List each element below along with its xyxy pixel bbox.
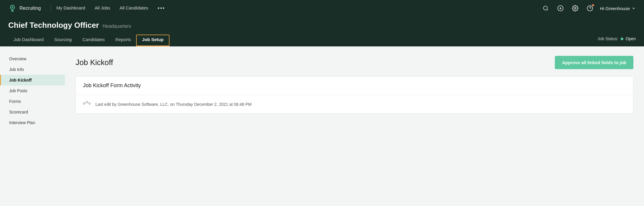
sub-nav-candidates[interactable]: Candidates <box>77 35 110 46</box>
brand-name: Recruiting <box>19 6 41 11</box>
help-button[interactable] <box>585 4 595 13</box>
settings-icon <box>572 5 578 12</box>
job-status-label: Job Status: <box>598 36 618 41</box>
nav-my-dashboard[interactable]: My Dashboard <box>56 5 85 12</box>
approve-all-button[interactable]: Approve all linked fields to job <box>555 56 633 69</box>
last-edit-text: Last edit by Greenhouse Software, LLC. o… <box>95 102 252 107</box>
sub-header: Chief Technology Officer Headquarters Jo… <box>0 17 644 46</box>
svg-line-5 <box>547 9 548 11</box>
nav-divider <box>51 5 51 12</box>
user-greeting: Hi Greenhouse <box>600 6 630 11</box>
help-icon <box>587 5 593 12</box>
card-header: Job Kickoff Form Activity <box>76 77 633 95</box>
nav-all-jobs[interactable]: All Jobs <box>95 5 110 12</box>
card-body: Last edit by Greenhouse Software, LLC. o… <box>76 95 633 113</box>
edit-history-icon <box>83 101 91 108</box>
sub-nav-reports[interactable]: Reports <box>110 35 136 46</box>
flow-icon <box>83 101 91 106</box>
chevron-down-icon <box>632 6 636 10</box>
job-status-dot <box>621 38 623 40</box>
add-button[interactable] <box>556 4 565 13</box>
content-area: Job Kickoff Approve all linked fields to… <box>65 46 644 205</box>
sub-nav-job-setup[interactable]: Job Setup <box>136 35 169 46</box>
sidebar-item-scorecard[interactable]: Scorecard <box>0 107 65 117</box>
sub-nav-job-dashboard[interactable]: Job Dashboard <box>8 35 49 46</box>
kickoff-card: Job Kickoff Form Activity Last edit by G… <box>76 76 633 114</box>
main-content: Overview Job Info Job Kickoff Job Posts … <box>0 46 644 205</box>
svg-point-9 <box>574 7 576 9</box>
sidebar-item-job-posts[interactable]: Job Posts <box>0 85 65 96</box>
sub-nav: Job Dashboard Sourcing Candidates Report… <box>8 35 169 46</box>
job-location: Headquarters <box>102 24 131 29</box>
logo[interactable]: Recruiting <box>8 4 41 12</box>
top-nav-actions: Hi Greenhouse <box>541 4 636 13</box>
sidebar-item-interview-plan[interactable]: Interview Plan <box>0 117 65 128</box>
top-nav-links: My Dashboard All Jobs All Candidates ••• <box>56 5 541 12</box>
card-title: Job Kickoff Form Activity <box>83 82 626 89</box>
settings-button[interactable] <box>570 4 580 13</box>
user-menu[interactable]: Hi Greenhouse <box>600 6 636 11</box>
nav-all-candidates[interactable]: All Candidates <box>120 5 148 12</box>
sidebar-item-overview[interactable]: Overview <box>0 53 65 64</box>
job-title: Chief Technology Officer <box>8 21 99 30</box>
nav-more[interactable]: ••• <box>158 5 165 12</box>
svg-point-4 <box>544 6 547 10</box>
job-title-row: Chief Technology Officer Headquarters <box>8 21 636 30</box>
svg-point-3 <box>12 7 13 8</box>
greenhouse-logo-icon <box>8 4 17 12</box>
sidebar-item-forms[interactable]: Forms <box>0 96 65 107</box>
top-nav: Recruiting My Dashboard All Jobs All Can… <box>0 0 644 17</box>
svg-point-12 <box>83 103 85 104</box>
search-icon <box>543 5 549 11</box>
content-header: Job Kickoff Approve all linked fields to… <box>76 56 633 69</box>
sidebar: Overview Job Info Job Kickoff Job Posts … <box>0 46 65 205</box>
job-status-value: Open <box>626 36 636 41</box>
sub-nav-sourcing[interactable]: Sourcing <box>49 35 77 46</box>
job-status: Job Status: Open <box>598 36 636 45</box>
sidebar-item-job-kickoff[interactable]: Job Kickoff <box>0 75 65 85</box>
page-title: Job Kickoff <box>76 58 113 67</box>
sidebar-item-job-info[interactable]: Job Info <box>0 64 65 75</box>
add-icon <box>557 5 564 12</box>
search-button[interactable] <box>541 4 550 13</box>
